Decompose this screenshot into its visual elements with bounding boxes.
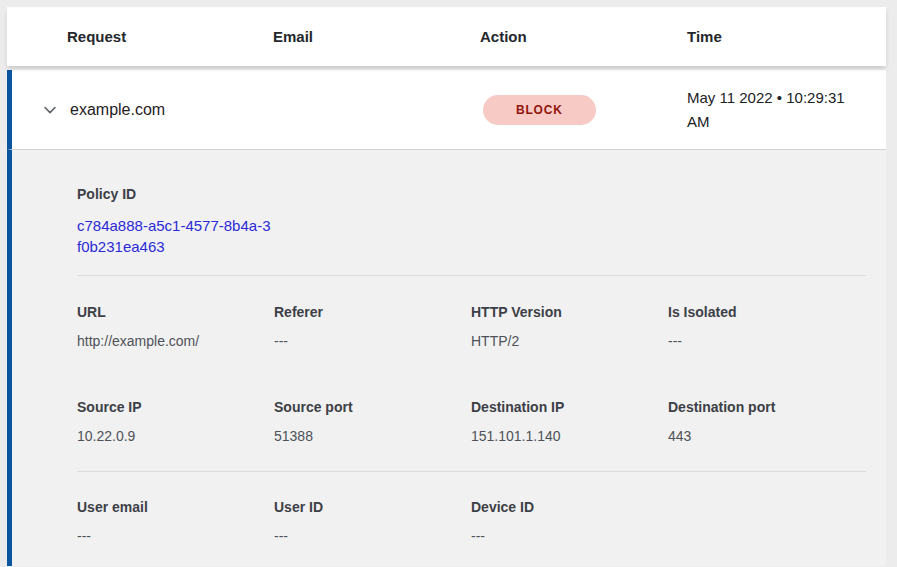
row-detail-panel: Policy ID c784a888-a5c1-4577-8b4a-3f0b23… — [7, 149, 886, 566]
field-value: --- — [668, 333, 865, 349]
field-label: Source IP — [77, 399, 274, 415]
field-value: 51388 — [274, 428, 471, 444]
field-label: User ID — [274, 499, 471, 515]
request-domain: example.com — [70, 101, 165, 119]
chevron-down-icon[interactable] — [42, 102, 58, 118]
time-cell: May 11 2022 • 10:29:31 AM — [687, 86, 877, 134]
field-device-id: Device ID --- — [471, 499, 668, 544]
table-header-row: Request Email Action Time — [7, 7, 886, 66]
field-value: --- — [274, 528, 471, 544]
field-destination-port: Destination port 443 — [668, 399, 865, 444]
detail-row-network: Source IP 10.22.0.9 Source port 51388 De… — [77, 399, 866, 444]
field-label: Is Isolated — [668, 304, 865, 320]
field-source-port: Source port 51388 — [274, 399, 471, 444]
field-url: URL http://example.com/ — [77, 304, 274, 349]
action-cell: BLOCK — [480, 95, 687, 125]
field-label: User email — [77, 499, 274, 515]
column-header-email: Email — [273, 28, 480, 45]
log-table-card: Request Email Action Time example.com BL… — [7, 7, 886, 566]
field-value: --- — [471, 528, 668, 544]
policy-section: Policy ID c784a888-a5c1-4577-8b4a-3f0b23… — [77, 186, 866, 257]
field-label: URL — [77, 304, 274, 320]
field-label: Device ID — [471, 499, 668, 515]
field-user-email: User email --- — [77, 499, 274, 544]
field-value: 151.101.1.140 — [471, 428, 668, 444]
column-header-time: Time — [687, 28, 886, 45]
request-cell: example.com — [12, 101, 480, 119]
block-status-badge: BLOCK — [483, 95, 596, 125]
field-label: Referer — [274, 304, 471, 320]
field-empty — [668, 499, 865, 544]
field-destination-ip: Destination IP 151.101.1.140 — [471, 399, 668, 444]
column-header-action: Action — [480, 28, 687, 45]
field-label: Destination port — [668, 399, 865, 415]
policy-id-link[interactable]: c784a888-a5c1-4577-8b4a-3f0b231ea463 — [77, 215, 274, 257]
field-http-version: HTTP Version HTTP/2 — [471, 304, 668, 349]
detail-row-user: User email --- User ID --- Device ID --- — [77, 499, 866, 544]
field-label: Destination IP — [471, 399, 668, 415]
field-is-isolated: Is Isolated --- — [668, 304, 865, 349]
field-value: --- — [77, 528, 274, 544]
divider — [77, 275, 866, 276]
policy-field: Policy ID c784a888-a5c1-4577-8b4a-3f0b23… — [77, 186, 274, 257]
field-value: HTTP/2 — [471, 333, 668, 349]
field-referer: Referer --- — [274, 304, 471, 349]
detail-row-http: URL http://example.com/ Referer --- HTTP… — [77, 304, 866, 349]
field-value: http://example.com/ — [77, 333, 274, 349]
field-label: HTTP Version — [471, 304, 668, 320]
policy-id-label: Policy ID — [77, 186, 274, 202]
table-row[interactable]: example.com BLOCK May 11 2022 • 10:29:31… — [7, 70, 886, 149]
column-header-request: Request — [67, 28, 273, 45]
field-label: Source port — [274, 399, 471, 415]
field-value: 443 — [668, 428, 865, 444]
field-source-ip: Source IP 10.22.0.9 — [77, 399, 274, 444]
field-value: 10.22.0.9 — [77, 428, 274, 444]
field-value: --- — [274, 333, 471, 349]
divider — [77, 471, 866, 472]
field-user-id: User ID --- — [274, 499, 471, 544]
